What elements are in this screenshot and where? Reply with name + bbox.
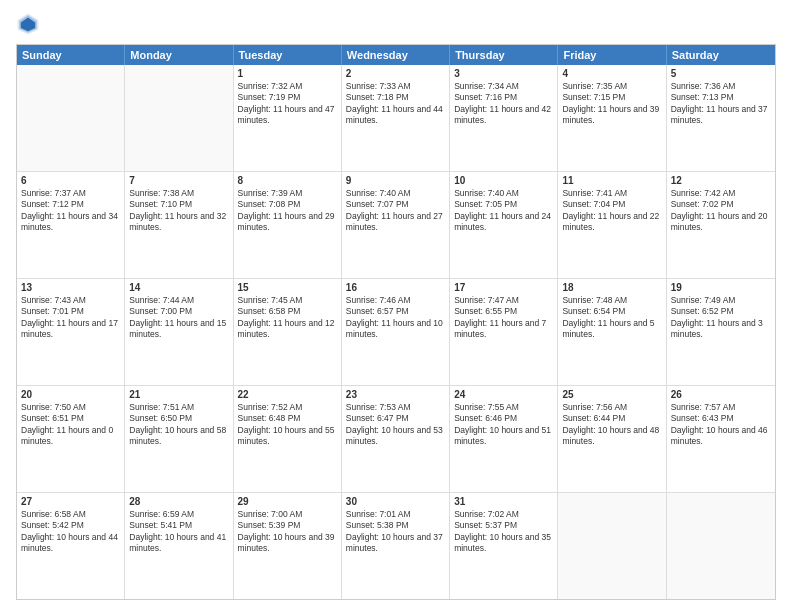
cal-cell: 16Sunrise: 7:46 AM Sunset: 6:57 PM Dayli… [342, 279, 450, 385]
cal-cell: 23Sunrise: 7:53 AM Sunset: 6:47 PM Dayli… [342, 386, 450, 492]
cal-cell: 14Sunrise: 7:44 AM Sunset: 7:00 PM Dayli… [125, 279, 233, 385]
cell-text: Sunrise: 7:42 AM Sunset: 7:02 PM Dayligh… [671, 188, 768, 232]
cell-text: Sunrise: 7:56 AM Sunset: 6:44 PM Dayligh… [562, 402, 659, 446]
cell-text: Sunrise: 7:52 AM Sunset: 6:48 PM Dayligh… [238, 402, 335, 446]
day-number: 3 [454, 68, 553, 79]
cal-cell: 20Sunrise: 7:50 AM Sunset: 6:51 PM Dayli… [17, 386, 125, 492]
cal-cell: 5Sunrise: 7:36 AM Sunset: 7:13 PM Daylig… [667, 65, 775, 171]
cell-text: Sunrise: 7:57 AM Sunset: 6:43 PM Dayligh… [671, 402, 768, 446]
cal-cell: 18Sunrise: 7:48 AM Sunset: 6:54 PM Dayli… [558, 279, 666, 385]
day-number: 12 [671, 175, 771, 186]
day-number: 21 [129, 389, 228, 400]
calendar-row-0: 1Sunrise: 7:32 AM Sunset: 7:19 PM Daylig… [17, 65, 775, 172]
day-number: 22 [238, 389, 337, 400]
header-cell-wednesday: Wednesday [342, 45, 450, 65]
cal-cell: 11Sunrise: 7:41 AM Sunset: 7:04 PM Dayli… [558, 172, 666, 278]
header-cell-tuesday: Tuesday [234, 45, 342, 65]
cal-cell: 17Sunrise: 7:47 AM Sunset: 6:55 PM Dayli… [450, 279, 558, 385]
day-number: 5 [671, 68, 771, 79]
cell-text: Sunrise: 7:37 AM Sunset: 7:12 PM Dayligh… [21, 188, 118, 232]
cell-text: Sunrise: 7:38 AM Sunset: 7:10 PM Dayligh… [129, 188, 226, 232]
cell-text: Sunrise: 7:33 AM Sunset: 7:18 PM Dayligh… [346, 81, 443, 125]
day-number: 1 [238, 68, 337, 79]
day-number: 19 [671, 282, 771, 293]
cell-text: Sunrise: 6:58 AM Sunset: 5:42 PM Dayligh… [21, 509, 118, 553]
day-number: 10 [454, 175, 553, 186]
cal-cell: 15Sunrise: 7:45 AM Sunset: 6:58 PM Dayli… [234, 279, 342, 385]
cell-text: Sunrise: 7:45 AM Sunset: 6:58 PM Dayligh… [238, 295, 335, 339]
cal-cell [125, 65, 233, 171]
day-number: 15 [238, 282, 337, 293]
day-number: 27 [21, 496, 120, 507]
cal-cell: 28Sunrise: 6:59 AM Sunset: 5:41 PM Dayli… [125, 493, 233, 599]
cell-text: Sunrise: 7:01 AM Sunset: 5:38 PM Dayligh… [346, 509, 443, 553]
calendar-body: 1Sunrise: 7:32 AM Sunset: 7:19 PM Daylig… [17, 65, 775, 599]
cell-text: Sunrise: 7:46 AM Sunset: 6:57 PM Dayligh… [346, 295, 443, 339]
cell-text: Sunrise: 7:48 AM Sunset: 6:54 PM Dayligh… [562, 295, 654, 339]
day-number: 14 [129, 282, 228, 293]
cal-cell: 26Sunrise: 7:57 AM Sunset: 6:43 PM Dayli… [667, 386, 775, 492]
cell-text: Sunrise: 7:47 AM Sunset: 6:55 PM Dayligh… [454, 295, 546, 339]
cell-text: Sunrise: 7:49 AM Sunset: 6:52 PM Dayligh… [671, 295, 763, 339]
cal-cell [667, 493, 775, 599]
day-number: 28 [129, 496, 228, 507]
cell-text: Sunrise: 7:36 AM Sunset: 7:13 PM Dayligh… [671, 81, 768, 125]
calendar: SundayMondayTuesdayWednesdayThursdayFrid… [16, 44, 776, 600]
calendar-header: SundayMondayTuesdayWednesdayThursdayFrid… [17, 45, 775, 65]
day-number: 24 [454, 389, 553, 400]
cal-cell: 3Sunrise: 7:34 AM Sunset: 7:16 PM Daylig… [450, 65, 558, 171]
day-number: 17 [454, 282, 553, 293]
cell-text: Sunrise: 7:53 AM Sunset: 6:47 PM Dayligh… [346, 402, 443, 446]
cal-cell: 4Sunrise: 7:35 AM Sunset: 7:15 PM Daylig… [558, 65, 666, 171]
day-number: 30 [346, 496, 445, 507]
day-number: 29 [238, 496, 337, 507]
logo [16, 12, 44, 36]
cal-cell: 30Sunrise: 7:01 AM Sunset: 5:38 PM Dayli… [342, 493, 450, 599]
day-number: 4 [562, 68, 661, 79]
cal-cell: 29Sunrise: 7:00 AM Sunset: 5:39 PM Dayli… [234, 493, 342, 599]
day-number: 7 [129, 175, 228, 186]
cell-text: Sunrise: 7:50 AM Sunset: 6:51 PM Dayligh… [21, 402, 113, 446]
calendar-row-3: 20Sunrise: 7:50 AM Sunset: 6:51 PM Dayli… [17, 386, 775, 493]
header-cell-saturday: Saturday [667, 45, 775, 65]
cal-cell: 25Sunrise: 7:56 AM Sunset: 6:44 PM Dayli… [558, 386, 666, 492]
day-number: 6 [21, 175, 120, 186]
day-number: 23 [346, 389, 445, 400]
cell-text: Sunrise: 7:32 AM Sunset: 7:19 PM Dayligh… [238, 81, 335, 125]
header-cell-sunday: Sunday [17, 45, 125, 65]
cell-text: Sunrise: 7:43 AM Sunset: 7:01 PM Dayligh… [21, 295, 118, 339]
cell-text: Sunrise: 7:35 AM Sunset: 7:15 PM Dayligh… [562, 81, 659, 125]
day-number: 18 [562, 282, 661, 293]
cal-cell [17, 65, 125, 171]
calendar-row-2: 13Sunrise: 7:43 AM Sunset: 7:01 PM Dayli… [17, 279, 775, 386]
cal-cell: 9Sunrise: 7:40 AM Sunset: 7:07 PM Daylig… [342, 172, 450, 278]
cell-text: Sunrise: 7:41 AM Sunset: 7:04 PM Dayligh… [562, 188, 659, 232]
cal-cell: 8Sunrise: 7:39 AM Sunset: 7:08 PM Daylig… [234, 172, 342, 278]
calendar-row-4: 27Sunrise: 6:58 AM Sunset: 5:42 PM Dayli… [17, 493, 775, 599]
cal-cell: 22Sunrise: 7:52 AM Sunset: 6:48 PM Dayli… [234, 386, 342, 492]
calendar-row-1: 6Sunrise: 7:37 AM Sunset: 7:12 PM Daylig… [17, 172, 775, 279]
day-number: 25 [562, 389, 661, 400]
day-number: 9 [346, 175, 445, 186]
cal-cell: 19Sunrise: 7:49 AM Sunset: 6:52 PM Dayli… [667, 279, 775, 385]
header-cell-friday: Friday [558, 45, 666, 65]
cal-cell: 1Sunrise: 7:32 AM Sunset: 7:19 PM Daylig… [234, 65, 342, 171]
day-number: 16 [346, 282, 445, 293]
cal-cell: 21Sunrise: 7:51 AM Sunset: 6:50 PM Dayli… [125, 386, 233, 492]
day-number: 2 [346, 68, 445, 79]
cell-text: Sunrise: 6:59 AM Sunset: 5:41 PM Dayligh… [129, 509, 226, 553]
cal-cell [558, 493, 666, 599]
cell-text: Sunrise: 7:44 AM Sunset: 7:00 PM Dayligh… [129, 295, 226, 339]
cell-text: Sunrise: 7:34 AM Sunset: 7:16 PM Dayligh… [454, 81, 551, 125]
cal-cell: 27Sunrise: 6:58 AM Sunset: 5:42 PM Dayli… [17, 493, 125, 599]
day-number: 11 [562, 175, 661, 186]
logo-icon [16, 12, 40, 36]
cal-cell: 2Sunrise: 7:33 AM Sunset: 7:18 PM Daylig… [342, 65, 450, 171]
header-cell-monday: Monday [125, 45, 233, 65]
day-number: 8 [238, 175, 337, 186]
cal-cell: 31Sunrise: 7:02 AM Sunset: 5:37 PM Dayli… [450, 493, 558, 599]
cell-text: Sunrise: 7:40 AM Sunset: 7:05 PM Dayligh… [454, 188, 551, 232]
cell-text: Sunrise: 7:40 AM Sunset: 7:07 PM Dayligh… [346, 188, 443, 232]
cal-cell: 13Sunrise: 7:43 AM Sunset: 7:01 PM Dayli… [17, 279, 125, 385]
cal-cell: 6Sunrise: 7:37 AM Sunset: 7:12 PM Daylig… [17, 172, 125, 278]
